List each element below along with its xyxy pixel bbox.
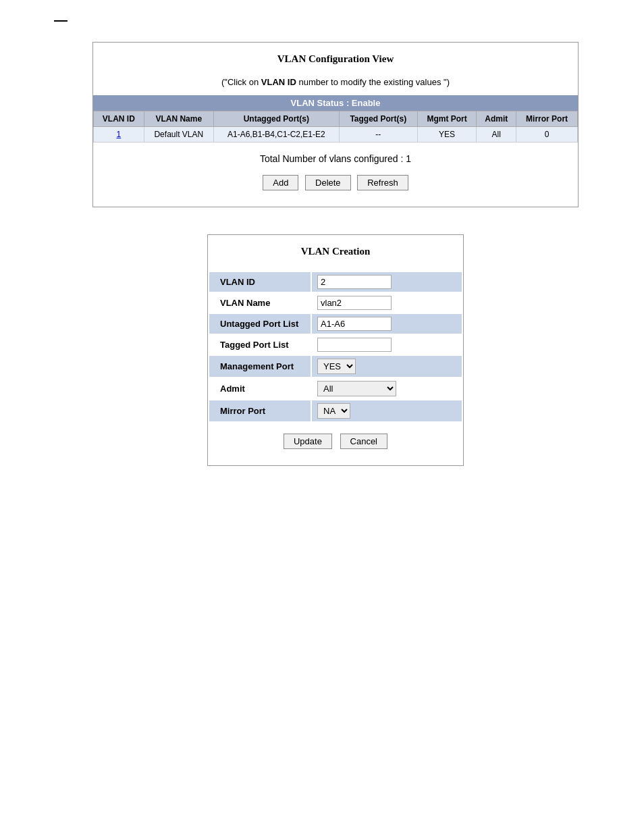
vlan-config-subtitle: ("Click on VLAN ID number to modify the … (93, 72, 578, 95)
input-vlan-id[interactable] (317, 275, 392, 289)
vlan-status-value: Enable (352, 98, 381, 108)
update-button[interactable]: Update (284, 434, 332, 449)
form-label-management-port: Management Port (209, 356, 311, 377)
vlan-name-cell: Default VLAN (144, 127, 213, 142)
creation-form-row: Mirror PortNA012345678 (209, 400, 462, 421)
form-input-untagged-port-list[interactable] (312, 314, 462, 334)
form-input-management-port[interactable]: YESNO (312, 356, 462, 377)
col-header-mgmt-port: Mgmt Port (417, 111, 477, 127)
refresh-button[interactable]: Refresh (357, 175, 408, 190)
vlan-status-label: VLAN Status (291, 98, 344, 108)
col-header-mirror-port: Mirror Port (516, 111, 578, 127)
col-header-untagged-ports: Untagged Port(s) (213, 111, 339, 127)
vlan-creation-panel: VLAN Creation VLAN IDVLAN NameUntagged P… (207, 234, 464, 466)
mirror-port-cell: 0 (516, 127, 578, 142)
form-input-admit[interactable]: AllTagged OnlyUntagged Only (312, 378, 462, 399)
col-header-vlan-name: VLAN Name (144, 111, 213, 127)
select-mirror-port[interactable]: NA012345678 (317, 403, 350, 419)
vlan-total-text: Total Number of vlans configured : 1 (93, 142, 578, 172)
tagged-ports-cell: -- (339, 127, 417, 142)
col-header-tagged-ports: Tagged Port(s) (339, 111, 417, 127)
delete-button[interactable]: Delete (305, 175, 351, 190)
form-label-vlan-id: VLAN ID (209, 272, 311, 292)
minimize-bar (54, 20, 68, 22)
input-untagged-port-list[interactable] (317, 317, 392, 331)
cancel-button[interactable]: Cancel (340, 434, 387, 449)
vlan-creation-buttons: Update Cancel (208, 423, 463, 452)
vlan-creation-title: VLAN Creation (208, 235, 463, 271)
mgmt-port-cell: YES (417, 127, 477, 142)
form-input-vlan-id[interactable] (312, 272, 462, 292)
vlan-config-table: VLAN ID VLAN Name Untagged Port(s) Tagge… (93, 111, 578, 142)
vlan-config-panel: VLAN Configuration View ("Click on VLAN … (92, 42, 579, 207)
page-container: VLAN Configuration View ("Click on VLAN … (14, 20, 644, 834)
form-label-admit: Admit (209, 378, 311, 399)
vlan-status-bar: VLAN Status : Enable (93, 95, 578, 111)
form-label-tagged-port-list: Tagged Port List (209, 335, 311, 355)
input-tagged-port-list[interactable] (317, 338, 392, 352)
vlan-id-cell[interactable]: 1 (94, 127, 144, 142)
form-label-untagged-port-list: Untagged Port List (209, 314, 311, 334)
vlan-status-sep: : (344, 98, 352, 108)
admit-cell: All (477, 127, 516, 142)
select-admit[interactable]: AllTagged OnlyUntagged Only (317, 381, 396, 396)
add-button[interactable]: Add (263, 175, 298, 190)
creation-form-row: Tagged Port List (209, 335, 462, 355)
form-label-mirror-port: Mirror Port (209, 400, 311, 421)
col-header-admit: Admit (477, 111, 516, 127)
select-management-port[interactable]: YESNO (317, 359, 356, 374)
col-header-vlan-id: VLAN ID (94, 111, 144, 127)
vlan-id-bold: VLAN ID (261, 77, 296, 87)
creation-form-row: VLAN Name (209, 293, 462, 313)
vlan-creation-form: VLAN IDVLAN NameUntagged Port ListTagged… (208, 271, 463, 423)
form-input-tagged-port-list[interactable] (312, 335, 462, 355)
input-vlan-name[interactable] (317, 296, 392, 310)
form-input-mirror-port[interactable]: NA012345678 (312, 400, 462, 421)
creation-form-row: VLAN ID (209, 272, 462, 292)
vlan-table-header-row: VLAN ID VLAN Name Untagged Port(s) Tagge… (94, 111, 578, 127)
creation-form-row: Untagged Port List (209, 314, 462, 334)
creation-form-row: AdmitAllTagged OnlyUntagged Only (209, 378, 462, 399)
untagged-ports-cell: A1-A6,B1-B4,C1-C2,E1-E2 (213, 127, 339, 142)
form-input-vlan-name[interactable] (312, 293, 462, 313)
vlan-config-title: VLAN Configuration View (93, 43, 578, 72)
creation-form-row: Management PortYESNO (209, 356, 462, 377)
vlan-config-buttons: Add Delete Refresh (93, 172, 578, 193)
form-label-vlan-name: VLAN Name (209, 293, 311, 313)
table-row: 1 Default VLAN A1-A6,B1-B4,C1-C2,E1-E2 -… (94, 127, 578, 142)
